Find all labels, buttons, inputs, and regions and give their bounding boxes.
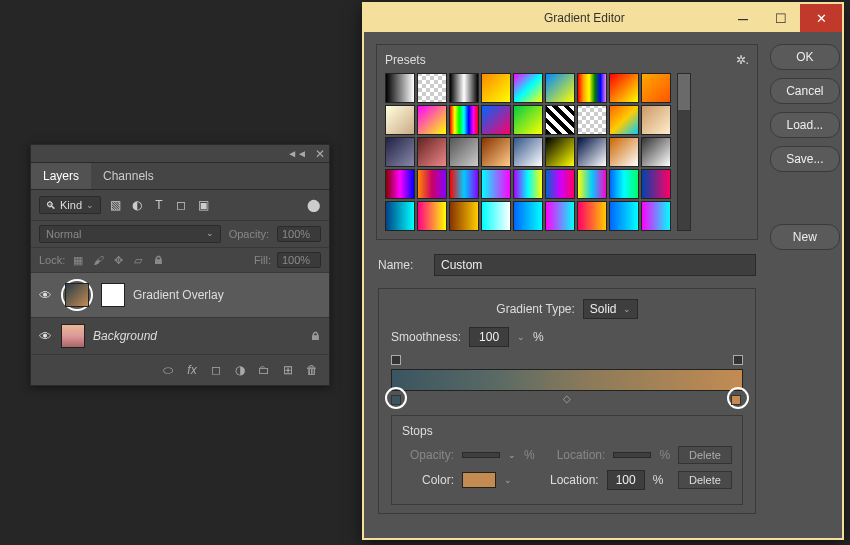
maximize-button[interactable]: ☐ xyxy=(762,4,800,32)
preset-swatch[interactable] xyxy=(481,137,511,167)
preset-swatch[interactable] xyxy=(417,105,447,135)
group-icon[interactable]: 🗀 xyxy=(257,363,271,377)
preset-swatch[interactable] xyxy=(641,201,671,231)
color-delete-button[interactable]: Delete xyxy=(678,471,732,489)
smoothness-input[interactable] xyxy=(469,327,509,347)
preset-swatch[interactable] xyxy=(513,169,543,199)
preset-swatch[interactable] xyxy=(609,105,639,135)
opacity-stop-field[interactable] xyxy=(462,452,500,458)
preset-swatch[interactable] xyxy=(513,73,543,103)
preset-swatch[interactable] xyxy=(385,73,415,103)
ok-button[interactable]: OK xyxy=(770,44,840,70)
preset-swatch[interactable] xyxy=(609,201,639,231)
cancel-button[interactable]: Cancel xyxy=(770,78,840,104)
blend-mode-select[interactable]: Normal ⌄ xyxy=(39,225,221,243)
new-button[interactable]: New xyxy=(770,224,840,250)
new-layer-icon[interactable]: ⊞ xyxy=(281,363,295,377)
trash-icon[interactable]: 🗑︎ xyxy=(305,363,319,377)
preset-swatch[interactable] xyxy=(513,201,543,231)
preset-swatch[interactable] xyxy=(641,73,671,103)
adjustment-icon[interactable]: ◑ xyxy=(233,363,247,377)
preset-swatch[interactable] xyxy=(513,137,543,167)
layer-gradient-overlay[interactable]: 👁︎ Gradient Overlay xyxy=(31,273,329,318)
preset-swatch[interactable] xyxy=(577,201,607,231)
presets-scrollbar[interactable] xyxy=(677,73,691,231)
lock-image-icon[interactable]: 🖌︎ xyxy=(91,253,105,267)
layer-mask-thumb[interactable] xyxy=(101,283,125,307)
opacity-delete-button[interactable]: Delete xyxy=(678,446,732,464)
filter-type-icon[interactable]: T xyxy=(151,197,167,213)
layer-background[interactable]: 👁︎ Background 🔒︎ xyxy=(31,318,329,355)
preset-swatch[interactable] xyxy=(513,105,543,135)
lock-icon[interactable]: 🔒︎ xyxy=(310,330,321,342)
lock-position-icon[interactable]: ✥ xyxy=(111,253,125,267)
titlebar[interactable]: Gradient Editor – ☐ ✕ xyxy=(364,4,842,32)
preset-swatch[interactable] xyxy=(577,73,607,103)
color-stop-right[interactable] xyxy=(731,391,743,405)
tab-channels[interactable]: Channels xyxy=(91,163,166,189)
gradient-bar[interactable] xyxy=(391,369,743,391)
fx-icon[interactable]: fx xyxy=(185,363,199,377)
preset-swatch[interactable] xyxy=(545,201,575,231)
lock-transparent-icon[interactable]: ▦ xyxy=(71,253,85,267)
preset-swatch[interactable] xyxy=(449,169,479,199)
filter-adjustment-icon[interactable]: ◐ xyxy=(129,197,145,213)
close-panel-icon[interactable]: ✕ xyxy=(315,147,325,161)
preset-swatch[interactable] xyxy=(545,169,575,199)
chevron-down-icon[interactable]: ⌄ xyxy=(517,332,525,342)
lock-all-icon[interactable]: 🔒︎ xyxy=(151,253,165,267)
minimize-button[interactable]: – xyxy=(724,4,762,32)
lock-artboard-icon[interactable]: ▱ xyxy=(131,253,145,267)
chevron-down-icon[interactable]: ⌄ xyxy=(504,475,512,485)
preset-swatch[interactable] xyxy=(417,201,447,231)
opacity-field[interactable]: 100% xyxy=(277,226,321,242)
opacity-stop-left[interactable] xyxy=(391,355,401,365)
preset-swatch[interactable] xyxy=(545,73,575,103)
name-input[interactable] xyxy=(434,254,756,276)
preset-swatch[interactable] xyxy=(609,73,639,103)
gradient-type-select[interactable]: Solid ⌄ xyxy=(583,299,638,319)
preset-swatch[interactable] xyxy=(609,137,639,167)
collapse-icon[interactable]: ◄◄ xyxy=(287,148,307,159)
preset-swatch[interactable] xyxy=(481,73,511,103)
filter-shape-icon[interactable]: ◻ xyxy=(173,197,189,213)
preset-swatch[interactable] xyxy=(385,201,415,231)
gear-icon[interactable]: ✲. xyxy=(736,53,749,67)
preset-swatch[interactable] xyxy=(641,105,671,135)
visibility-icon[interactable]: 👁︎ xyxy=(39,329,53,344)
mask-icon[interactable]: ◻ xyxy=(209,363,223,377)
preset-swatch[interactable] xyxy=(449,201,479,231)
preset-swatch[interactable] xyxy=(577,105,607,135)
preset-swatch[interactable] xyxy=(417,73,447,103)
preset-swatch[interactable] xyxy=(449,73,479,103)
filter-toggle[interactable]: ⬤ xyxy=(305,197,321,213)
scrollbar-thumb[interactable] xyxy=(678,74,690,110)
opacity-loc-field[interactable] xyxy=(613,452,651,458)
preset-swatch[interactable] xyxy=(545,137,575,167)
color-loc-field[interactable] xyxy=(607,470,645,490)
color-stop-left[interactable] xyxy=(391,391,403,405)
color-swatch[interactable] xyxy=(462,472,496,488)
layer-name[interactable]: Background xyxy=(93,329,302,343)
filter-smart-icon[interactable]: ▣ xyxy=(195,197,211,213)
preset-swatch[interactable] xyxy=(417,137,447,167)
preset-swatch[interactable] xyxy=(481,169,511,199)
preset-swatch[interactable] xyxy=(577,137,607,167)
preset-swatch[interactable] xyxy=(641,169,671,199)
filter-pixel-icon[interactable]: ▧ xyxy=(107,197,123,213)
gradient-ramp[interactable]: ◇ xyxy=(391,357,743,407)
preset-swatch[interactable] xyxy=(481,201,511,231)
save-button[interactable]: Save... xyxy=(770,146,840,172)
fill-field[interactable]: 100% xyxy=(277,252,321,268)
preset-swatch[interactable] xyxy=(385,105,415,135)
layer-name[interactable]: Gradient Overlay xyxy=(133,288,321,302)
kind-filter[interactable]: 🔍︎ Kind ⌄ xyxy=(39,196,101,214)
visibility-icon[interactable]: 👁︎ xyxy=(39,288,53,303)
load-button[interactable]: Load... xyxy=(770,112,840,138)
preset-swatch[interactable] xyxy=(449,137,479,167)
preset-swatch[interactable] xyxy=(417,169,447,199)
preset-swatch[interactable] xyxy=(385,137,415,167)
preset-swatch[interactable] xyxy=(481,105,511,135)
link-icon[interactable]: ⬭ xyxy=(161,363,175,377)
preset-swatch[interactable] xyxy=(609,169,639,199)
